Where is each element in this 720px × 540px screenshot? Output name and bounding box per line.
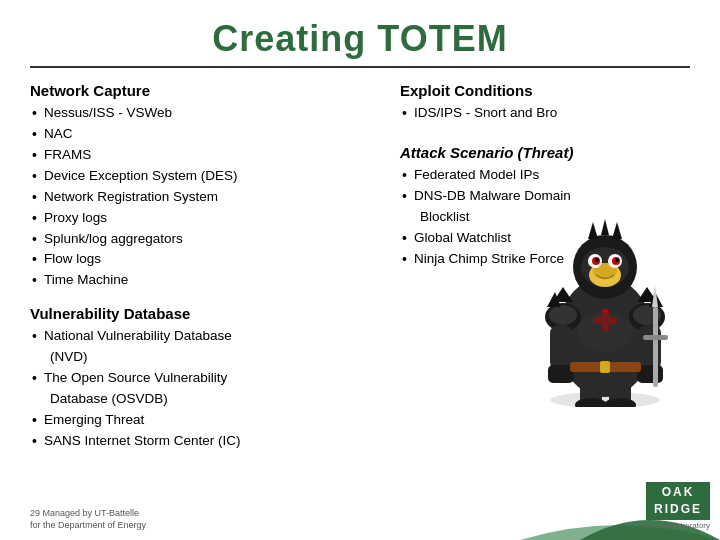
svg-marker-25: [588, 222, 598, 239]
logo-line1: OAK: [662, 485, 695, 499]
page-title: Creating TOTEM: [30, 18, 690, 60]
svg-rect-16: [653, 307, 658, 387]
vulnerability-database-section: Vulnerability Database National Vulnerab…: [30, 305, 400, 452]
list-item: Device Exception System (DES): [30, 166, 400, 187]
list-item: Proxy logs: [30, 208, 400, 229]
svg-point-35: [595, 258, 599, 262]
mascot-svg: [528, 217, 683, 407]
list-item: NAC: [30, 124, 400, 145]
left-column: Network Capture Nessus/ISS - VSWeb NAC F…: [30, 82, 400, 452]
list-item: Network Registration System: [30, 187, 400, 208]
svg-rect-17: [643, 335, 668, 340]
list-item: Federated Model IPs: [400, 165, 690, 186]
svg-point-5: [549, 305, 577, 325]
footer: 29 Managed by UT-Battelle for the Depart…: [30, 507, 146, 532]
vulnerability-database-heading: Vulnerability Database: [30, 305, 400, 322]
exploit-conditions-section: Exploit Conditions IDS/IPS - Snort and B…: [400, 82, 690, 124]
title-divider: [30, 66, 690, 68]
list-item: Flow logs: [30, 249, 400, 270]
list-item: Emerging Threat: [30, 410, 400, 431]
list-item: Splunk/log aggregators: [30, 229, 400, 250]
svg-point-39: [577, 312, 633, 352]
svg-marker-26: [601, 219, 609, 235]
oak-ridge-logo: OAK RIDGE National Laboratory: [640, 482, 710, 530]
vulnerability-database-list: National Vulnerability Database(NVD) The…: [30, 326, 400, 452]
right-column: Exploit Conditions IDS/IPS - Snort and B…: [400, 82, 690, 452]
svg-point-36: [615, 258, 619, 262]
mascot-figure: [525, 212, 685, 407]
svg-marker-27: [612, 222, 622, 239]
svg-rect-12: [550, 325, 572, 370]
list-item: National Vulnerability Database(NVD): [30, 326, 400, 368]
network-capture-list: Nessus/ISS - VSWeb NAC FRAMS Device Exce…: [30, 103, 400, 291]
page: Creating TOTEM Network Capture Nessus/IS…: [0, 0, 720, 540]
list-item: Nessus/ISS - VSWeb: [30, 103, 400, 124]
list-item: FRAMS: [30, 145, 400, 166]
list-item: IDS/IPS - Snort and Bro: [400, 103, 690, 124]
footer-line1: 29 Managed by UT-Battelle: [30, 508, 139, 518]
attack-scenario-heading: Attack Scenario (Threat): [400, 144, 690, 161]
exploit-conditions-list: IDS/IPS - Snort and Bro: [400, 103, 690, 124]
content-area: Network Capture Nessus/ISS - VSWeb NAC F…: [30, 82, 690, 452]
logo-sub: National Laboratory: [640, 521, 710, 530]
svg-rect-38: [600, 361, 610, 373]
footer-line2: for the Department of Energy: [30, 520, 146, 530]
logo-line2: RIDGE: [654, 502, 702, 516]
list-item: SANS Internet Storm Center (IC): [30, 431, 400, 452]
list-item: Time Machine: [30, 270, 400, 291]
network-capture-section: Network Capture Nessus/ISS - VSWeb NAC F…: [30, 82, 400, 291]
list-item: The Open Source VulnerabilityDatabase (O…: [30, 368, 400, 410]
network-capture-heading: Network Capture: [30, 82, 400, 99]
exploit-conditions-heading: Exploit Conditions: [400, 82, 690, 99]
